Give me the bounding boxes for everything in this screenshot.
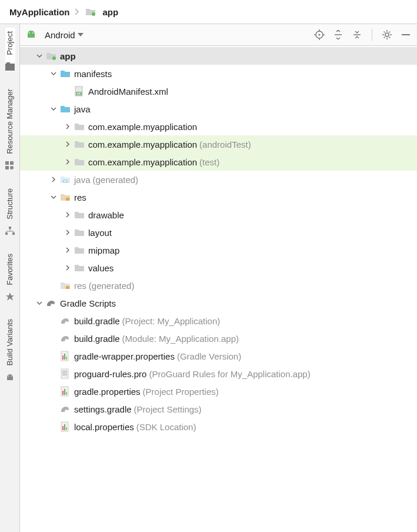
resource-folder-icon bbox=[60, 192, 71, 202]
svg-rect-46 bbox=[61, 369, 68, 378]
star-icon bbox=[5, 292, 15, 301]
tree-node-gradle-scripts[interactable]: Gradle Scripts bbox=[20, 294, 417, 312]
tree-node-suffix: (Module: My_Application.app) bbox=[122, 334, 239, 344]
chevron-right-icon[interactable] bbox=[62, 210, 73, 220]
tree-node-label: gradle-wrapper.properties bbox=[74, 351, 175, 361]
svg-point-6 bbox=[10, 166, 14, 169]
tree-node-local-properties[interactable]: local.properties (SDK Location) bbox=[20, 418, 417, 435]
svg-line-31 bbox=[384, 32, 385, 33]
tree-node-package-test[interactable]: com.example.myapplication (test) bbox=[20, 153, 417, 171]
properties-file-icon bbox=[60, 421, 71, 432]
tree-node-mipmap[interactable]: mipmap bbox=[20, 241, 417, 259]
project-panel: Android bbox=[20, 24, 417, 532]
chevron-right-icon[interactable] bbox=[62, 121, 73, 132]
svg-line-33 bbox=[384, 37, 385, 38]
tool-tab-resource-manager[interactable]: Resource Manager bbox=[5, 85, 15, 171]
tree-node-values[interactable]: values bbox=[20, 259, 417, 277]
tool-tab-structure[interactable]: Structure bbox=[5, 185, 15, 236]
tree-node-java-generated[interactable]: java (generated) bbox=[20, 171, 417, 188]
svg-line-32 bbox=[389, 37, 391, 38]
svg-marker-10 bbox=[6, 292, 14, 301]
breadcrumb-root[interactable]: MyApplication bbox=[7, 7, 72, 17]
svg-text:MF: MF bbox=[76, 92, 81, 95]
resource-folder-icon bbox=[60, 280, 71, 291]
tree-node-label: mipmap bbox=[88, 245, 119, 255]
tree-node-suffix: (SDK Location) bbox=[136, 422, 196, 432]
generated-folder-icon bbox=[60, 174, 71, 185]
chevron-right-icon[interactable] bbox=[62, 157, 73, 167]
chevron-right-icon[interactable] bbox=[48, 174, 59, 185]
tree-node-label: manifests bbox=[74, 69, 112, 79]
settings-button[interactable] bbox=[381, 28, 393, 41]
tree-node-suffix: (androidTest) bbox=[199, 139, 251, 149]
tree-node-res-generated[interactable]: res (generated) bbox=[20, 277, 417, 294]
module-folder-icon bbox=[46, 51, 56, 61]
project-tree[interactable]: app manifests MF AndroidManifest.xml jav… bbox=[20, 46, 417, 532]
tree-node-java[interactable]: java bbox=[20, 100, 417, 118]
svg-rect-57 bbox=[66, 427, 67, 430]
chevron-right-icon[interactable] bbox=[62, 227, 73, 238]
tree-node-suffix: (generated) bbox=[89, 281, 135, 291]
svg-rect-52 bbox=[64, 389, 65, 395]
breadcrumb-child[interactable]: app bbox=[82, 6, 121, 17]
chevron-right-icon[interactable] bbox=[62, 245, 73, 255]
svg-line-34 bbox=[389, 32, 391, 33]
chevron-right-icon[interactable] bbox=[62, 139, 73, 149]
gradle-icon bbox=[46, 298, 56, 308]
svg-rect-3 bbox=[5, 161, 9, 165]
tree-node-label: AndroidManifest.xml bbox=[88, 87, 168, 97]
svg-point-23 bbox=[319, 34, 321, 36]
svg-rect-43 bbox=[62, 355, 64, 360]
tree-node-label: proguard-rules.pro bbox=[74, 369, 146, 379]
tool-tab-build-variants[interactable]: Build Variants bbox=[5, 315, 15, 382]
tree-node-app[interactable]: app bbox=[20, 47, 417, 65]
chevron-down-icon[interactable] bbox=[34, 51, 45, 61]
tool-tab-structure-label: Structure bbox=[5, 185, 14, 223]
module-folder-icon bbox=[85, 6, 96, 17]
tree-node-layout[interactable]: layout bbox=[20, 224, 417, 241]
folder-icon bbox=[60, 104, 71, 114]
tree-node-settings-gradle[interactable]: settings.gradle (Project Settings) bbox=[20, 400, 417, 418]
chevron-right-icon[interactable] bbox=[62, 262, 73, 273]
tree-node-label: java bbox=[74, 104, 91, 114]
tree-node-drawable[interactable]: drawable bbox=[20, 206, 417, 224]
tree-node-gradle-wrapper-properties[interactable]: gradle-wrapper.properties (Gradle Versio… bbox=[20, 347, 417, 365]
chevron-down-icon[interactable] bbox=[48, 104, 59, 114]
structure-icon bbox=[5, 227, 15, 236]
tree-node-label: res bbox=[74, 192, 86, 202]
svg-rect-35 bbox=[402, 34, 410, 35]
tree-node-suffix: (generated) bbox=[93, 175, 139, 185]
chevron-down-icon[interactable] bbox=[48, 192, 59, 202]
breadcrumb-root-label: MyApplication bbox=[9, 7, 70, 17]
svg-rect-4 bbox=[10, 161, 14, 165]
tree-node-proguard-rules[interactable]: proguard-rules.pro (ProGuard Rules for M… bbox=[20, 365, 417, 383]
android-view-icon bbox=[26, 29, 36, 40]
project-tab-icon bbox=[5, 62, 15, 71]
collapse-all-button[interactable] bbox=[351, 28, 363, 41]
svg-point-0 bbox=[92, 12, 95, 16]
tree-node-package-main[interactable]: com.example.myapplication bbox=[20, 118, 417, 135]
chevron-down-icon[interactable] bbox=[34, 298, 45, 308]
tree-node-label: java bbox=[74, 175, 91, 185]
project-view-selector[interactable]: Android bbox=[45, 30, 84, 40]
svg-rect-55 bbox=[62, 426, 64, 430]
tree-node-res[interactable]: res bbox=[20, 188, 417, 206]
header-separator bbox=[372, 29, 372, 41]
package-icon bbox=[74, 262, 85, 273]
tree-node-label: com.example.myapplication bbox=[88, 157, 197, 167]
tree-node-build-gradle-project[interactable]: build.gradle (Project: My_Application) bbox=[20, 312, 417, 330]
chevron-down-icon[interactable] bbox=[48, 68, 59, 79]
svg-rect-1 bbox=[5, 64, 15, 71]
tree-node-manifests[interactable]: manifests bbox=[20, 65, 417, 82]
tree-node-gradle-properties[interactable]: gradle.properties (Project Properties) bbox=[20, 383, 417, 400]
hide-panel-button[interactable] bbox=[399, 28, 412, 41]
expand-all-button[interactable] bbox=[332, 28, 345, 41]
tool-tab-favorites[interactable]: Favorites bbox=[5, 250, 15, 301]
tree-node-package-androidtest[interactable]: com.example.myapplication (androidTest) bbox=[20, 135, 417, 153]
svg-rect-53 bbox=[66, 392, 67, 395]
select-opened-file-button[interactable] bbox=[313, 28, 326, 41]
tool-tab-project[interactable]: Project bbox=[5, 28, 15, 71]
tree-node-build-gradle-module[interactable]: build.gradle (Module: My_Application.app… bbox=[20, 330, 417, 347]
svg-marker-17 bbox=[78, 33, 84, 36]
tree-node-android-manifest[interactable]: MF AndroidManifest.xml bbox=[20, 82, 417, 100]
